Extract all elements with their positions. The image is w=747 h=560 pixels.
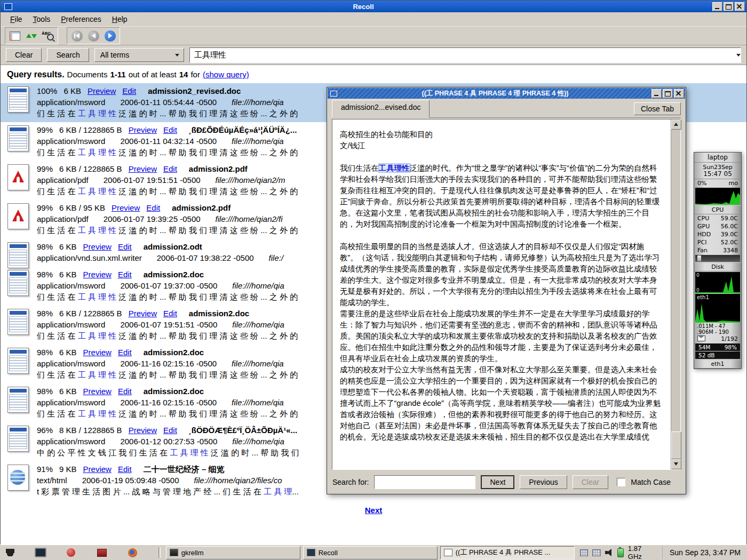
scroll-down-icon[interactable] (671, 459, 681, 469)
find-previous-button[interactable]: Previous (520, 475, 567, 489)
results-count-text: Documents (67, 70, 108, 79)
result-preview-link[interactable]: Preview (129, 164, 157, 173)
paw-launcher-icon[interactable] (3, 546, 17, 559)
menu-file[interactable]: File (5, 13, 28, 25)
matched-term: 工 具 理 性 (78, 331, 117, 340)
result-preview-link[interactable]: Preview (83, 465, 112, 474)
menu-help[interactable]: Help (107, 13, 133, 25)
recoll-titlebar[interactable]: Recoll (1, 1, 746, 12)
result-url: file:///home/qia (232, 281, 284, 290)
result-preview-link[interactable]: Preview (83, 348, 112, 357)
terminal-launcher-icon[interactable] (34, 546, 47, 559)
preview-scrollbar[interactable] (671, 119, 680, 469)
input-method-icon[interactable] (592, 549, 601, 556)
result-edit-link[interactable]: Edit (146, 203, 160, 212)
maximize-icon[interactable] (724, 2, 734, 11)
clock: Sun Sep 23, 3:47 PM (662, 546, 744, 559)
pdf-file-icon[interactable] (7, 203, 29, 229)
result-preview-link[interactable]: Preview (83, 242, 112, 251)
result-preview-link[interactable]: Preview (112, 203, 140, 212)
find-clear-button[interactable]: Clear (573, 475, 608, 489)
firefox-launcher-icon[interactable] (125, 546, 139, 559)
result-edit-link[interactable]: Edit (163, 426, 177, 435)
close-tab-button[interactable]: Close Tab (634, 102, 681, 115)
match-case-checkbox[interactable] (617, 478, 625, 486)
result-edit-link[interactable]: Edit (118, 348, 132, 357)
result-preview-link[interactable]: Preview (129, 125, 157, 134)
minimize-icon[interactable] (712, 2, 722, 11)
pdf-file-icon[interactable] (7, 164, 29, 190)
result-edit-link[interactable]: Edit (163, 125, 177, 134)
result-preview-link[interactable]: Preview (129, 426, 157, 435)
results-table-icon[interactable] (7, 29, 22, 43)
sensor-name: CPU (697, 215, 709, 222)
find-input[interactable] (374, 475, 475, 489)
query-input[interactable] (190, 51, 730, 60)
result-edit-link[interactable]: Edit (118, 270, 132, 279)
preview-close-icon[interactable] (674, 89, 684, 98)
taskbar-task[interactable]: Recoll (303, 546, 438, 559)
doc-file-icon[interactable] (7, 309, 29, 335)
result-edit-link[interactable]: Edit (163, 309, 177, 318)
scroll-up-icon[interactable] (671, 119, 681, 130)
doc-file-icon[interactable] (7, 242, 29, 268)
query-history-dropdown[interactable] (730, 48, 741, 62)
result-date: 2006-01-11 04:32:14 -0500 (120, 137, 217, 146)
battery-icon[interactable] (617, 548, 624, 557)
term-explorer-icon[interactable]: ÂBÇ (41, 29, 55, 43)
result-preview-link[interactable]: Preview (88, 86, 116, 95)
doc-file-icon[interactable] (7, 426, 29, 452)
doc-file-icon[interactable] (7, 387, 29, 413)
result-mimetype: application/msword (37, 437, 105, 446)
cpu-section-label: CPU (694, 205, 741, 214)
next-results-link[interactable]: Next (365, 506, 383, 515)
preview-tab[interactable]: admission2...evised.doc (332, 100, 430, 118)
result-edit-link[interactable]: Edit (163, 164, 177, 173)
snippet-text: t 彩 票 管 理 生 活 图 片 ... 战 略 与 管 理 地 产 经 ..… (37, 487, 264, 496)
next-page-icon[interactable] (102, 29, 117, 43)
gkrellm-bottom-label: eth1 (694, 359, 741, 369)
preview-minimize-icon[interactable] (651, 89, 662, 98)
keyboard-layout-icon[interactable] (580, 549, 589, 556)
search-mode-select[interactable]: All terms (94, 48, 184, 62)
html-file-icon[interactable] (7, 465, 29, 491)
result-relevance: 91% (37, 465, 53, 474)
previous-page-icon[interactable] (86, 29, 101, 43)
taskbar-task[interactable]: ((工 PHRASE 4 具 PHRASE ... (440, 546, 575, 559)
first-page-icon[interactable] (69, 29, 84, 43)
result-title: admission2.doc (144, 270, 204, 279)
taskbar-task[interactable]: gkrellm (166, 546, 300, 559)
fan-value: 3348 (723, 247, 738, 254)
result-mimetype: application/msword (37, 137, 105, 146)
package-launcher-icon[interactable] (95, 546, 108, 559)
search-button[interactable]: Search (47, 48, 89, 62)
result-url: file:///home/qian2/files/co (194, 476, 282, 485)
result-edit-link[interactable]: Edit (118, 387, 132, 396)
find-next-button[interactable]: Next (481, 475, 514, 489)
scrollbar-thumb[interactable] (671, 431, 681, 459)
doc-file-icon[interactable] (7, 270, 29, 296)
doc-file-icon[interactable] (7, 86, 29, 113)
red-app-launcher-icon[interactable] (65, 546, 78, 559)
preview-titlebar[interactable]: ((工 PHRASE 4 具 PHRASE 4 理 PHRASE 4 性)) (328, 88, 685, 99)
result-url: file:///home/qia (232, 320, 284, 329)
show-query-link[interactable]: (show query) (203, 70, 249, 79)
doc-file-icon[interactable] (7, 348, 29, 374)
close-icon[interactable] (735, 2, 745, 11)
clear-button[interactable]: Clear (6, 48, 42, 62)
doc-file-icon[interactable] (7, 125, 29, 151)
result-mimetype: application/msword (37, 359, 105, 368)
sort-icon[interactable] (24, 29, 39, 43)
preview-maximize-icon[interactable] (663, 89, 673, 98)
result-preview-link[interactable]: Preview (83, 387, 112, 396)
result-preview-link[interactable]: Preview (129, 309, 157, 318)
result-edit-link[interactable]: Edit (118, 242, 132, 251)
result-edit-link[interactable]: Edit (122, 86, 136, 95)
snippet-text: 们 生 活 在 (37, 109, 78, 118)
volume-icon[interactable] (605, 549, 613, 556)
result-preview-link[interactable]: Preview (83, 270, 112, 279)
sensor-value: 39.0C (721, 231, 738, 238)
menu-preferences[interactable]: Preferences (55, 13, 107, 25)
menu-tools[interactable]: Tools (28, 13, 56, 25)
result-edit-link[interactable]: Edit (118, 465, 132, 474)
